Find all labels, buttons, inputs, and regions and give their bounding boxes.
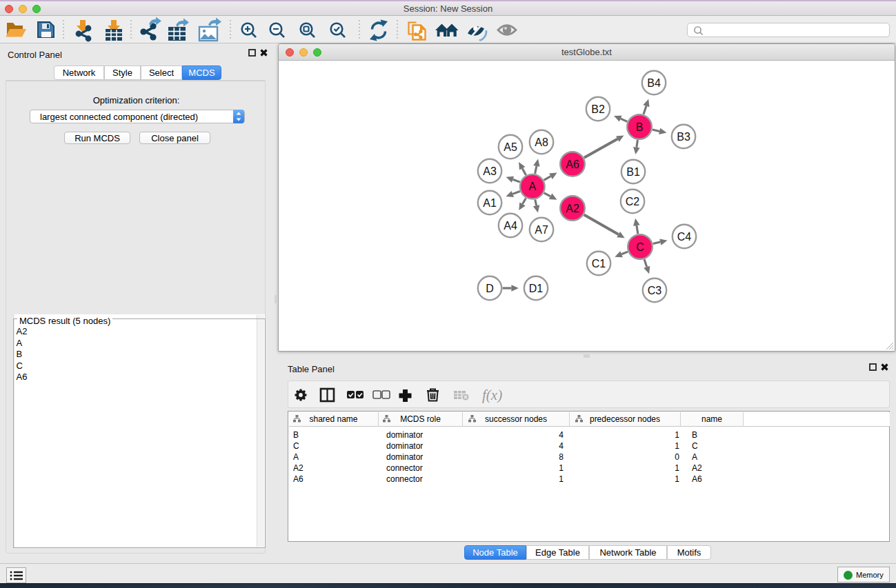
svg-text:B1: B1 [626, 166, 640, 178]
svg-text:A6: A6 [566, 159, 579, 170]
svg-text:A5: A5 [504, 141, 517, 153]
svg-text:B4: B4 [647, 77, 661, 89]
svg-text:A8: A8 [535, 136, 548, 148]
svg-text:A7: A7 [535, 224, 548, 236]
svg-text:B2: B2 [591, 103, 605, 115]
svg-text:D: D [486, 283, 494, 294]
svg-text:D1: D1 [529, 283, 544, 294]
svg-text:C: C [636, 241, 644, 253]
svg-text:C4: C4 [677, 231, 692, 243]
svg-text:A2: A2 [566, 203, 579, 214]
svg-text:C1: C1 [592, 258, 606, 270]
svg-text:A1: A1 [483, 197, 497, 209]
svg-text:A: A [528, 181, 536, 192]
svg-text:f(x): f(x) [482, 387, 502, 403]
svg-text:A3: A3 [483, 165, 497, 177]
svg-text:B3: B3 [677, 131, 690, 143]
svg-text:B: B [636, 121, 644, 133]
svg-text:C3: C3 [648, 285, 662, 296]
svg-text:C2: C2 [626, 196, 640, 207]
svg-text:A4: A4 [504, 220, 517, 232]
